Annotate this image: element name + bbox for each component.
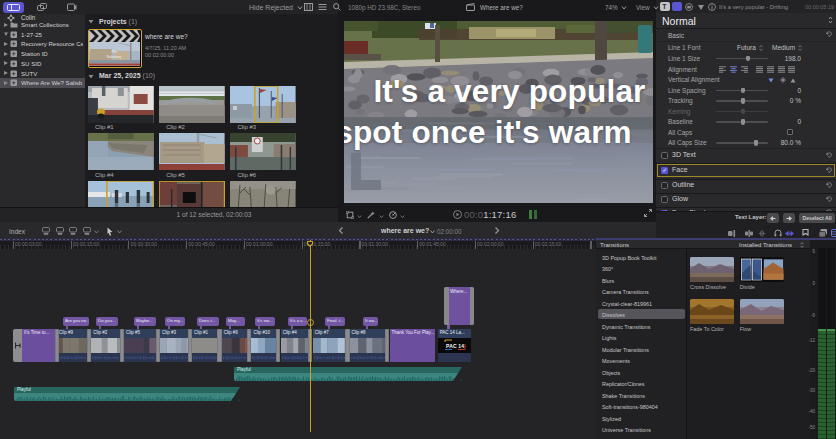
svg-text:PAC 14: PAC 14 — [446, 343, 464, 349]
svg-text:Salisbury: Salisbury — [107, 55, 122, 59]
svg-text:The: The — [111, 50, 117, 54]
